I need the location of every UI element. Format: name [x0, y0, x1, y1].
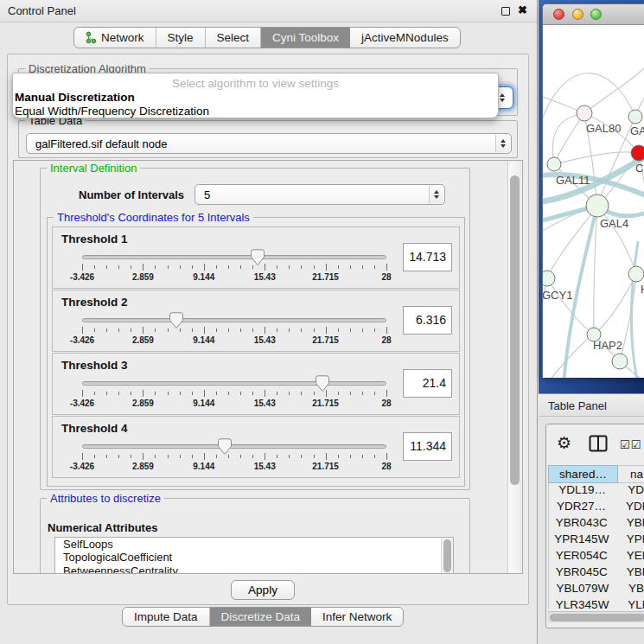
network-edge[interactable]	[554, 113, 584, 164]
slider-thumb[interactable]	[250, 249, 265, 269]
threshold-slider[interactable]: -3.4262.8599.14415.4321.71528	[82, 374, 386, 414]
slider-tick	[131, 392, 131, 395]
cell-shared-name[interactable]: YBR045C	[549, 565, 615, 582]
network-node-h[interactable]	[628, 266, 644, 282]
cell-name[interactable]: YPR1	[615, 532, 644, 549]
attribute-item-topologicalcoefficient[interactable]: TopologicalCoefficient	[55, 551, 453, 564]
zoom-traffic-light[interactable]	[590, 9, 602, 20]
threshold-slider[interactable]: -3.4262.8599.14415.4321.71528	[82, 248, 386, 288]
table-row[interactable]: YDL19…YDL1	[549, 483, 644, 500]
table-row[interactable]: YBR045CYBR0	[549, 565, 644, 582]
cell-shared-name[interactable]: YER054C	[549, 549, 615, 565]
table-row[interactable]: YDR27…YDR2	[549, 500, 644, 516]
network-node-gcy1[interactable]	[543, 271, 555, 286]
cell-shared-name[interactable]: YDL19…	[549, 483, 615, 500]
table-row[interactable]: YLR345WYLR3	[549, 598, 644, 609]
threshold-slider[interactable]: -3.4262.8599.14415.4321.71528	[82, 311, 386, 351]
apply-button[interactable]: Apply	[231, 580, 295, 600]
tab-discretize-data[interactable]: Discretize Data	[210, 608, 312, 626]
scrollbar-thumb[interactable]	[510, 175, 520, 485]
slider-track[interactable]	[82, 318, 386, 322]
close-icon[interactable]: ✖	[518, 3, 527, 16]
slider-thumb[interactable]	[217, 438, 233, 458]
cell-name[interactable]: YDL1	[615, 483, 644, 500]
cell-shared-name[interactable]: YBR043C	[549, 516, 615, 532]
slider-track[interactable]	[82, 381, 386, 386]
cell-shared-name[interactable]: YLR345W	[549, 598, 615, 609]
network-edge[interactable]	[584, 60, 644, 113]
cell-name[interactable]: YBR0	[615, 565, 644, 582]
network-node-gal11[interactable]	[547, 157, 561, 171]
network-edge[interactable]	[554, 152, 639, 164]
horizontal-scrollbar[interactable]	[548, 611, 644, 622]
scrollbar-thumb[interactable]	[443, 539, 451, 572]
close-traffic-light[interactable]	[553, 9, 564, 20]
threshold-value-field[interactable]: 21.4	[403, 369, 452, 398]
threshold-value-field[interactable]: 11.344	[403, 432, 452, 461]
minimize-traffic-light[interactable]	[572, 9, 583, 20]
slider-tick	[131, 328, 131, 332]
vertical-scrollbar[interactable]	[507, 162, 521, 574]
slider-thumb[interactable]	[315, 375, 330, 395]
column-header-shared[interactable]: shared…	[548, 465, 618, 483]
slider-tick	[301, 392, 302, 395]
slider-thumb[interactable]	[169, 312, 184, 332]
table-row[interactable]: YPR145WYPR1	[549, 532, 644, 549]
tab-impute-data[interactable]: Impute Data	[123, 608, 210, 626]
network-edge[interactable]	[594, 274, 636, 335]
algorithm-dropdown-popup: Select algorithm to view settings Manual…	[12, 73, 499, 118]
threshold-value-field[interactable]: 6.316	[403, 306, 452, 335]
network-canvas[interactable]: GAL80GACGAL11GAL4GCY1HHAP2	[543, 25, 644, 378]
table-row[interactable]: YBL079WYBL0	[549, 582, 644, 598]
slider-track[interactable]	[82, 255, 386, 259]
number-of-intervals-select[interactable]: 5	[194, 184, 445, 205]
threshold-value-field[interactable]: 14.713	[403, 243, 452, 271]
cell-shared-name[interactable]: YBL079W	[549, 582, 616, 598]
combo-stepper[interactable]	[429, 186, 443, 203]
float-window-icon[interactable]	[501, 7, 510, 16]
cell-name[interactable]: YDR2	[614, 500, 644, 516]
popup-item-manual-discretization[interactable]: Manual Discretization	[15, 91, 135, 104]
cell-name[interactable]: YBL0	[616, 582, 644, 598]
network-node-ga[interactable]	[628, 110, 642, 124]
table-row[interactable]: YBR043CYBR0	[549, 516, 644, 532]
tab-infer-network[interactable]: Infer Network	[311, 608, 403, 626]
gear-icon[interactable]: ⚙	[557, 433, 571, 453]
slider-track[interactable]	[82, 444, 386, 449]
attribute-item-selfloops[interactable]: SelfLoops	[55, 538, 453, 551]
slider-tick	[94, 265, 95, 269]
table-row[interactable]: YER054CYER0	[549, 549, 644, 565]
cell-shared-name[interactable]: YDR27…	[549, 500, 614, 516]
popup-item-equal-width-frequency-discretization[interactable]: Equal Width/Frequency Discretization	[15, 105, 209, 118]
attribute-list-scrollbar[interactable]	[441, 538, 453, 574]
tab-cyni-toolbox[interactable]: Cyni Toolbox	[261, 28, 350, 48]
numerical-attributes-list[interactable]: SelfLoopsTopologicalCoefficientBetweenne…	[54, 537, 454, 574]
network-edge[interactable]	[543, 278, 547, 341]
cell-name[interactable]: YBR0	[615, 516, 644, 532]
table-data-select[interactable]: galFiltered.sif default node	[26, 133, 512, 154]
cell-shared-name[interactable]: YPR145W	[549, 532, 615, 549]
tab-jactivemnodules[interactable]: jActiveMNodules	[350, 28, 460, 48]
group-title-attributes: Attributes to discretize	[47, 492, 164, 505]
network-node-gal4[interactable]	[586, 194, 609, 217]
network-node-gal80[interactable]	[577, 105, 592, 121]
tab-network[interactable]: Network	[74, 28, 156, 48]
combo-stepper[interactable]	[495, 135, 510, 152]
attribute-item-betweennesscentrality[interactable]: BetweennessCentrality	[55, 564, 453, 574]
columns-icon[interactable]	[589, 435, 608, 455]
network-node[interactable]	[612, 354, 628, 369]
scrollbar-thumb[interactable]	[550, 614, 644, 622]
cell-name[interactable]: YER0	[615, 549, 644, 565]
top-tab-strip: NetworkStyleSelectCyni ToolboxjActiveMNo…	[73, 27, 461, 48]
checkbox-icons[interactable]: ☑☑	[620, 438, 641, 451]
slider-tick	[168, 265, 169, 269]
threshold-slider[interactable]: -3.4262.8599.14415.4321.71528	[82, 437, 386, 477]
network-window-titlebar[interactable]	[543, 4, 644, 25]
slider-tick-label: 9.144	[193, 399, 214, 408]
network-node-c[interactable]	[631, 145, 644, 161]
column-header-name[interactable]: na	[618, 465, 644, 483]
group-title-interval-definition: Interval Definition	[47, 162, 140, 175]
tab-select[interactable]: Select	[206, 28, 262, 48]
tab-style[interactable]: Style	[156, 28, 206, 48]
cell-name[interactable]: YLR3	[615, 598, 644, 609]
